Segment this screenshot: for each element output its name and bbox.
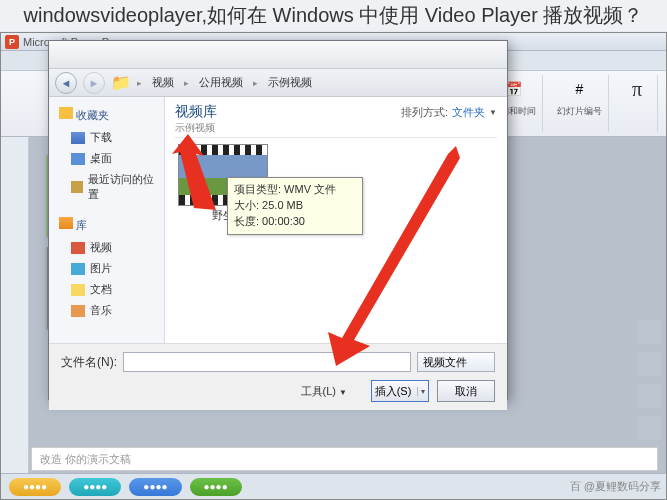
crumb-sep: ▸ <box>184 78 189 88</box>
filetype-filter[interactable]: 视频文件 <box>417 352 495 372</box>
sort-value[interactable]: 文件夹 <box>452 105 485 120</box>
right-tray-icons <box>637 320 661 440</box>
dialog-file-area: 视频库 示例视频 排列方式: 文件夹 ▼ 野生 项目类型: WMV 文件 大小:… <box>165 97 507 343</box>
tray-icon-2[interactable] <box>637 352 661 376</box>
dialog-footer: 文件名(N): 视频文件 工具(L) ▼ 插入(S) 取消 <box>49 343 507 410</box>
insert-button[interactable]: 插入(S) <box>371 380 429 402</box>
powerpoint-icon: P <box>5 35 19 49</box>
library-subtitle: 示例视频 <box>175 121 217 135</box>
sidebar-video[interactable]: 视频 <box>49 237 164 258</box>
dialog-sidebar: 收藏夹 下载 桌面 最近访问的位置 库 视频 图片 文档 音乐 <box>49 97 165 343</box>
crumb-3[interactable]: 示例视频 <box>264 75 316 90</box>
library-icon <box>59 217 73 229</box>
tray-icon-4[interactable] <box>637 416 661 440</box>
recent-icon <box>71 181 83 193</box>
crumb-sep: ▸ <box>253 78 258 88</box>
file-tooltip: 项目类型: WMV 文件 大小: 25.0 MB 长度: 00:00:30 <box>227 177 363 235</box>
sidebar-recent[interactable]: 最近访问的位置 <box>49 169 164 205</box>
nav-fwd-button[interactable]: ► <box>83 72 105 94</box>
slidenum-icon: # <box>566 75 594 103</box>
cancel-button[interactable]: 取消 <box>437 380 495 402</box>
pi-icon: π <box>623 75 651 103</box>
sidebar-music[interactable]: 音乐 <box>49 300 164 321</box>
chevron-down-icon: ▼ <box>339 388 347 397</box>
documents-icon <box>71 284 85 296</box>
dialog-nav-bar: ◄ ► 📁 ▸ 视频 ▸ 公用视频 ▸ 示例视频 <box>49 69 507 97</box>
download-icon <box>71 132 85 144</box>
tools-dropdown[interactable]: 工具(L) ▼ <box>301 384 347 399</box>
sidebar-favorites[interactable]: 收藏夹 <box>49 103 164 127</box>
article-title: windowsvideoplayer,如何在 Windows 中使用 Video… <box>0 0 667 31</box>
ribbon-group-symbol[interactable]: π <box>617 75 658 132</box>
status-pill-2[interactable]: ●●●● <box>69 478 121 496</box>
status-bar: ●●●● ●●●● ●●●● ●●●● <box>1 473 666 499</box>
dialog-title-bar <box>49 41 507 69</box>
desktop-icon <box>71 153 85 165</box>
notes-pane[interactable]: 改造 你的演示文稿 <box>31 447 658 471</box>
slide-panel-collapsed[interactable] <box>1 137 29 477</box>
star-icon <box>59 107 73 119</box>
sidebar-libraries[interactable]: 库 <box>49 213 164 237</box>
video-icon <box>71 242 85 254</box>
sidebar-documents[interactable]: 文档 <box>49 279 164 300</box>
status-pill-1[interactable]: ●●●● <box>9 478 61 496</box>
sidebar-downloads[interactable]: 下载 <box>49 127 164 148</box>
library-title: 视频库 <box>175 103 217 121</box>
sidebar-desktop[interactable]: 桌面 <box>49 148 164 169</box>
watermark: 百 @夏鲤数码分享 <box>570 479 661 494</box>
tray-icon-3[interactable] <box>637 384 661 408</box>
folder-icon: 📁 <box>111 73 131 92</box>
music-icon <box>71 305 85 317</box>
status-pill-4[interactable]: ●●●● <box>190 478 242 496</box>
status-pill-3[interactable]: ●●●● <box>129 478 181 496</box>
crumb-2[interactable]: 公用视频 <box>195 75 247 90</box>
nav-back-button[interactable]: ◄ <box>55 72 77 94</box>
sidebar-pictures[interactable]: 图片 <box>49 258 164 279</box>
ribbon-group-slidenum[interactable]: # 幻灯片编号 <box>551 75 609 132</box>
filename-input[interactable] <box>123 352 411 372</box>
chevron-down-icon: ▼ <box>489 108 497 117</box>
sort-control[interactable]: 排列方式: 文件夹 ▼ <box>401 105 497 120</box>
crumb-sep: ▸ <box>137 78 142 88</box>
crumb-1[interactable]: 视频 <box>148 75 178 90</box>
tray-icon-1[interactable] <box>637 320 661 344</box>
insert-video-dialog: ◄ ► 📁 ▸ 视频 ▸ 公用视频 ▸ 示例视频 收藏夹 下载 桌面 最近访问的… <box>48 40 508 400</box>
pictures-icon <box>71 263 85 275</box>
filename-label: 文件名(N): <box>61 354 117 371</box>
